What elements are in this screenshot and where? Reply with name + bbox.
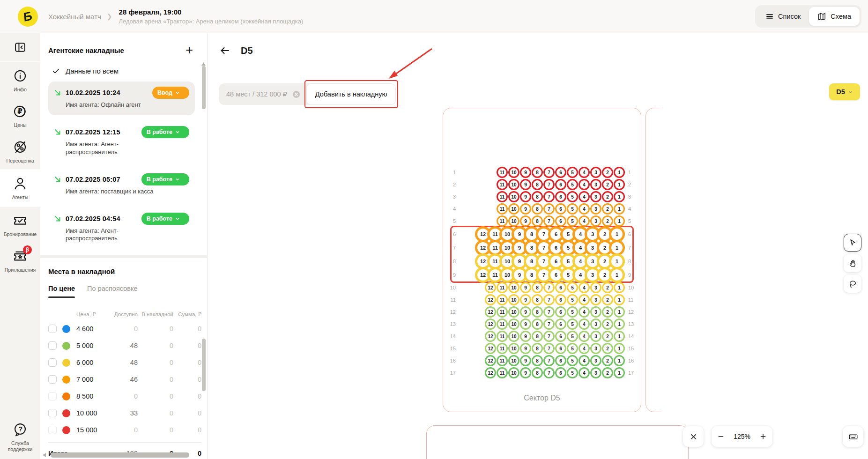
seat-row17-4[interactable]: 4	[579, 367, 590, 378]
seat-row12-10[interactable]: 10	[508, 306, 519, 318]
seat-row3-9[interactable]: 9	[520, 191, 531, 202]
seat-row14-1[interactable]: 1	[614, 331, 625, 342]
seat-row14-11[interactable]: 11	[497, 331, 508, 342]
tab-by-zones[interactable]: По распоясовке	[87, 285, 137, 298]
seat-row2-10[interactable]: 10	[508, 179, 519, 190]
seat-row16-7[interactable]: 7	[543, 355, 555, 366]
seat-row13-12[interactable]: 12	[485, 318, 496, 330]
seat-row13-4[interactable]: 4	[579, 318, 590, 330]
seat-row10-12[interactable]: 12	[485, 282, 496, 293]
app-logo[interactable]: Б	[18, 7, 38, 27]
seat-row11-2[interactable]: 2	[602, 294, 613, 305]
seat-row2-2[interactable]: 2	[602, 179, 613, 190]
close-map-button[interactable]	[683, 426, 704, 447]
seat-row4-1[interactable]: 1	[614, 203, 625, 215]
seat-row4-2[interactable]: 2	[602, 203, 613, 215]
tab-by-price[interactable]: По цене	[48, 285, 75, 298]
seat-row10-11[interactable]: 11	[497, 282, 508, 293]
zoom-in-icon[interactable]	[759, 433, 767, 440]
seat-row10-4[interactable]: 4	[579, 282, 590, 293]
seat-row13-10[interactable]: 10	[508, 318, 519, 330]
seat-row5-5[interactable]: 5	[567, 215, 578, 227]
invoice-status-badge[interactable]: В работе	[141, 213, 189, 225]
seat-row13-2[interactable]: 2	[602, 318, 613, 330]
seat-row2-7[interactable]: 7	[543, 179, 555, 190]
seat-row11-12[interactable]: 12	[485, 294, 496, 305]
seat-row12-7[interactable]: 7	[543, 306, 555, 318]
price-row-checkbox[interactable]	[48, 375, 57, 384]
seat-row17-7[interactable]: 7	[543, 367, 555, 378]
sector-map[interactable]: 1111098765432112111098765432123111098765…	[443, 108, 641, 412]
seat-row15-9[interactable]: 9	[520, 343, 531, 354]
seat-row16-1[interactable]: 1	[614, 355, 625, 366]
seat-row5-1[interactable]: 1	[614, 215, 625, 227]
seat-row14-12[interactable]: 12	[485, 331, 496, 342]
seat-row5-4[interactable]: 4	[579, 215, 590, 227]
seat-row3-11[interactable]: 11	[497, 191, 508, 202]
toggle-list[interactable]: Список	[757, 7, 809, 26]
seat-row11-3[interactable]: 3	[590, 294, 601, 305]
seat-row10-7[interactable]: 7	[543, 282, 555, 293]
seat-row3-10[interactable]: 10	[508, 191, 519, 202]
seat-row13-7[interactable]: 7	[543, 318, 555, 330]
seat-row14-3[interactable]: 3	[590, 331, 601, 342]
seat-row5-8[interactable]: 8	[532, 215, 543, 227]
seat-row5-3[interactable]: 3	[590, 215, 601, 227]
seat-row16-3[interactable]: 3	[590, 355, 601, 366]
seat-row4-5[interactable]: 5	[567, 203, 578, 215]
seat-row16-9[interactable]: 9	[520, 355, 531, 366]
sidebar-item-info[interactable]: Инфо	[0, 62, 40, 98]
seat-row15-6[interactable]: 6	[555, 343, 566, 354]
collapse-sidebar-button[interactable]	[0, 33, 40, 62]
seat-row3-1[interactable]: 1	[614, 191, 625, 202]
seat-row15-5[interactable]: 5	[567, 343, 578, 354]
seat-row12-6[interactable]: 6	[555, 306, 566, 318]
seat-row13-9[interactable]: 9	[520, 318, 531, 330]
invoice-status-badge[interactable]: Ввод	[152, 87, 189, 99]
seat-row15-4[interactable]: 4	[579, 343, 590, 354]
seat-row5-9[interactable]: 9	[520, 215, 531, 227]
seat-row1-10[interactable]: 10	[508, 167, 519, 178]
seat-row14-9[interactable]: 9	[520, 331, 531, 342]
seat-row16-2[interactable]: 2	[602, 355, 613, 366]
seat-row5-10[interactable]: 10	[508, 215, 519, 227]
invoice-item[interactable]: 07.02.2025 04:54В работеИмя агента: Аген…	[48, 207, 195, 249]
seat-row3-2[interactable]: 2	[602, 191, 613, 202]
keyboard-shortcuts-button[interactable]	[843, 426, 863, 447]
breadcrumb[interactable]: Хоккейный матч ❯	[48, 13, 118, 21]
seat-row14-2[interactable]: 2	[602, 331, 613, 342]
seat-row10-2[interactable]: 2	[602, 282, 613, 293]
seat-row12-4[interactable]: 4	[579, 306, 590, 318]
seat-row2-8[interactable]: 8	[532, 179, 543, 190]
seat-row2-5[interactable]: 5	[567, 179, 578, 190]
seat-row14-10[interactable]: 10	[508, 331, 519, 342]
seat-row16-4[interactable]: 4	[579, 355, 590, 366]
seat-row16-11[interactable]: 11	[497, 355, 508, 366]
seat-row17-8[interactable]: 8	[532, 367, 543, 378]
seat-row4-10[interactable]: 10	[508, 203, 519, 215]
seat-row3-8[interactable]: 8	[532, 191, 543, 202]
seat-row17-9[interactable]: 9	[520, 367, 531, 378]
seat-row3-6[interactable]: 6	[555, 191, 566, 202]
seat-row17-5[interactable]: 5	[567, 367, 578, 378]
seat-row12-8[interactable]: 8	[532, 306, 543, 318]
seat-row13-5[interactable]: 5	[567, 318, 578, 330]
seat-row12-5[interactable]: 5	[567, 306, 578, 318]
seat-row16-10[interactable]: 10	[508, 355, 519, 366]
seat-row17-2[interactable]: 2	[602, 367, 613, 378]
seat-row15-1[interactable]: 1	[614, 343, 625, 354]
seat-row13-3[interactable]: 3	[590, 318, 601, 330]
invoice-status-badge[interactable]: В работе	[141, 173, 189, 185]
seat-row4-6[interactable]: 6	[555, 203, 566, 215]
seat-row11-8[interactable]: 8	[532, 294, 543, 305]
seat-row16-8[interactable]: 8	[532, 355, 543, 366]
seat-row15-11[interactable]: 11	[497, 343, 508, 354]
invoice-list-scrollbar[interactable]	[202, 66, 206, 109]
add-to-invoice-button[interactable]: Добавить в накладную	[306, 83, 396, 105]
seat-row11-11[interactable]: 11	[497, 294, 508, 305]
seat-row1-1[interactable]: 1	[614, 167, 625, 178]
sidebar-item-booking[interactable]: Бронирование	[0, 207, 40, 243]
seat-row11-10[interactable]: 10	[508, 294, 519, 305]
seat-row3-5[interactable]: 5	[567, 191, 578, 202]
price-row-checkbox[interactable]	[48, 426, 57, 434]
